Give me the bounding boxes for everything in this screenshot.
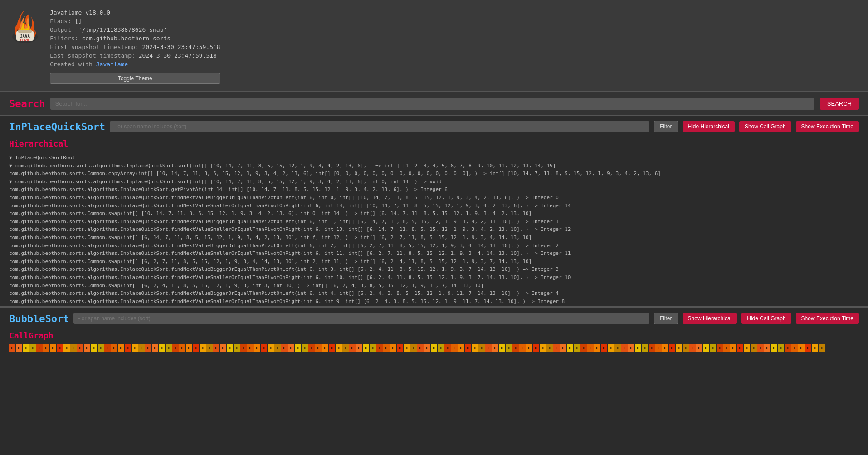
flame-cell[interactable]: c [295,344,301,352]
flame-cell[interactable]: c [349,344,356,352]
flame-cell[interactable]: c [546,344,553,352]
flame-cell[interactable]: c [723,344,730,352]
created-link[interactable]: Javaflame [96,61,128,68]
flame-cell[interactable]: c [594,344,600,352]
flame-cell[interactable]: c [254,344,260,352]
flame-cell[interactable]: c [159,344,165,352]
flame-cell[interactable]: c [118,344,124,352]
flame-cell[interactable]: c [601,344,607,352]
hide-hierarchical-button[interactable]: Hide Hierarchical [683,121,735,132]
flame-cell[interactable]: c [655,344,662,352]
flame-cell[interactable]: c [166,344,172,352]
flame-cell[interactable]: c [696,344,702,352]
flame-cell[interactable]: c [322,344,328,352]
flame-cell[interactable]: c [506,344,512,352]
flame-cell[interactable]: c [608,344,614,352]
flame-cell[interactable]: c [410,344,417,352]
flame-cell[interactable]: c [574,344,580,352]
flame-cell[interactable]: c [614,344,621,352]
flame-cell[interactable]: c [621,344,628,352]
flame-cell[interactable]: c [125,344,131,352]
flame-cell[interactable]: c [757,344,764,352]
flame-cell[interactable]: c [104,344,111,352]
flame-cell[interactable]: c [438,344,444,352]
flame-cell[interactable]: c [778,344,784,352]
flame-cell[interactable]: c [132,344,138,352]
flame-cell[interactable]: c [512,344,519,352]
flame-cell[interactable]: c [240,344,247,352]
flame-cell[interactable]: c [356,344,362,352]
flame-cell[interactable]: c [417,344,424,352]
flame-cell[interactable]: c [533,344,539,352]
flame-cell[interactable]: c [397,344,403,352]
flame-cell[interactable]: c [744,344,750,352]
flame-cell[interactable]: c [751,344,757,352]
flame-cell[interactable]: c [703,344,709,352]
flame-cell[interactable]: c [526,344,532,352]
flame-cell[interactable]: c [63,344,70,352]
flame-cell[interactable]: c [29,344,36,352]
flame-cell[interactable]: c [302,344,308,352]
flame-cell[interactable]: c [485,344,492,352]
flame-cell[interactable]: c [771,344,777,352]
show-hierarchical-button[interactable]: Show Hierarchical [683,313,737,324]
flame-cell[interactable]: c [560,344,566,352]
flame-cell[interactable]: c [193,344,199,352]
flame-cell[interactable]: c [84,344,90,352]
flame-cell[interactable]: c [220,344,226,352]
flame-cell[interactable]: c [458,344,464,352]
flame-cell[interactable]: c [791,344,798,352]
flame-cell[interactable]: c [145,344,151,352]
flame-cell[interactable]: c [98,344,104,352]
flame-cell[interactable]: c [805,344,811,352]
flame-cell[interactable]: c [465,344,471,352]
flame-cell[interactable]: c [662,344,668,352]
flame-cell[interactable]: c [70,344,77,352]
flame-cell[interactable]: c [206,344,213,352]
flame-cell[interactable]: c [50,344,56,352]
flame-cell[interactable]: c [261,344,267,352]
flame-cell[interactable]: c [274,344,281,352]
flame-cell[interactable]: c [336,344,342,352]
flame-cell[interactable]: c [451,344,458,352]
flame-cell[interactable]: c [16,344,22,352]
flame-cell[interactable]: c [370,344,376,352]
toggle-theme-button[interactable]: Toggle Theme [50,73,220,84]
flame-cell[interactable]: c [383,344,390,352]
flame-cell[interactable]: c [431,344,437,352]
flame-cell[interactable]: c [499,344,505,352]
flame-cell[interactable]: c [553,344,560,352]
flame-cell[interactable]: c [234,344,240,352]
flame-cell[interactable]: c [710,344,716,352]
flame-cell[interactable]: c [376,344,383,352]
flame-cell[interactable]: c [213,344,219,352]
flame-cell[interactable]: c [186,344,192,352]
flame-cell[interactable]: c [404,344,410,352]
inplace-filter-button[interactable]: Filter [654,121,678,132]
flame-cell[interactable]: c [36,344,43,352]
flame-cell[interactable]: c [200,344,206,352]
flame-cell[interactable]: c [342,344,349,352]
flame-cell[interactable]: c [227,344,233,352]
flame-cell[interactable]: c [268,344,274,352]
flame-cell[interactable]: c [424,344,430,352]
flame-cell[interactable]: c [798,344,805,352]
flame-cell[interactable]: c [390,344,396,352]
flame-cell[interactable]: c [281,344,288,352]
flame-cell[interactable]: c [737,344,743,352]
flame-cell[interactable]: c [472,344,478,352]
flame-cell[interactable]: c [580,344,587,352]
inplace-filter-input[interactable] [110,121,649,132]
flame-cell[interactable]: c [587,344,594,352]
flame-cell[interactable]: c [683,344,689,352]
flame-cell[interactable]: c [649,344,655,352]
flame-cell[interactable]: c [179,344,185,352]
flame-cell[interactable]: c [676,344,682,352]
flame-cell[interactable]: c [363,344,369,352]
show-execution-time-button[interactable]: Show Execution Time [796,121,859,132]
flame-cell[interactable]: c [91,344,97,352]
flame-cell[interactable]: c [138,344,145,352]
bubble-filter-input[interactable] [73,313,649,324]
flame-cell[interactable]: c [669,344,675,352]
flame-cell[interactable]: c [444,344,451,352]
